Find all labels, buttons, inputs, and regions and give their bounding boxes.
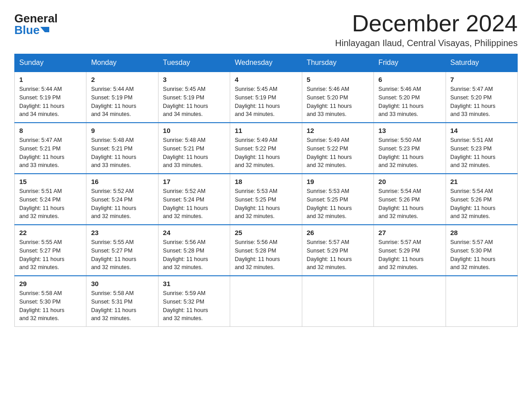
logo-triangle-icon [40,27,49,32]
day-info: Sunrise: 5:56 AM Sunset: 5:28 PM Dayligh… [163,238,225,272]
day-info: Sunrise: 5:54 AM Sunset: 5:26 PM Dayligh… [450,187,513,221]
calendar-cell: 11 Sunrise: 5:49 AM Sunset: 5:22 PM Dayl… [230,123,302,174]
day-info: Sunrise: 5:49 AM Sunset: 5:22 PM Dayligh… [235,136,297,170]
day-info: Sunrise: 5:51 AM Sunset: 5:24 PM Dayligh… [19,187,82,221]
calendar-cell: 25 Sunrise: 5:56 AM Sunset: 5:28 PM Dayl… [230,225,302,276]
day-number: 18 [235,178,297,185]
week-row-5: 29 Sunrise: 5:58 AM Sunset: 5:30 PM Dayl… [15,276,518,327]
day-number: 6 [378,76,441,83]
calendar-cell [374,276,446,327]
calendar-cell: 29 Sunrise: 5:58 AM Sunset: 5:30 PM Dayl… [15,276,86,327]
logo: General Blue [14,13,58,36]
calendar-cell: 30 Sunrise: 5:58 AM Sunset: 5:31 PM Dayl… [86,276,158,327]
day-info: Sunrise: 5:47 AM Sunset: 5:21 PM Dayligh… [19,136,82,170]
calendar-cell: 9 Sunrise: 5:48 AM Sunset: 5:21 PM Dayli… [86,123,158,174]
day-info: Sunrise: 5:45 AM Sunset: 5:19 PM Dayligh… [235,85,297,119]
day-info: Sunrise: 5:48 AM Sunset: 5:21 PM Dayligh… [91,136,153,170]
day-info: Sunrise: 5:52 AM Sunset: 5:24 PM Dayligh… [91,187,153,221]
calendar-cell: 12 Sunrise: 5:49 AM Sunset: 5:22 PM Dayl… [302,123,373,174]
day-info: Sunrise: 5:44 AM Sunset: 5:19 PM Dayligh… [91,85,153,119]
day-header-row: SundayMondayTuesdayWednesdayThursdayFrid… [15,54,518,72]
calendar-cell: 28 Sunrise: 5:57 AM Sunset: 5:30 PM Dayl… [446,225,517,276]
day-number: 24 [163,229,225,236]
day-info: Sunrise: 5:55 AM Sunset: 5:27 PM Dayligh… [91,238,153,272]
calendar-table: SundayMondayTuesdayWednesdayThursdayFrid… [14,54,518,327]
logo-general-text: General [14,13,58,24]
day-info: Sunrise: 5:47 AM Sunset: 5:20 PM Dayligh… [450,85,513,119]
calendar-cell: 13 Sunrise: 5:50 AM Sunset: 5:23 PM Dayl… [374,123,446,174]
col-header-friday: Friday [374,54,446,72]
day-info: Sunrise: 5:57 AM Sunset: 5:29 PM Dayligh… [307,238,369,272]
calendar-cell: 7 Sunrise: 5:47 AM Sunset: 5:20 PM Dayli… [446,72,517,123]
day-info: Sunrise: 5:51 AM Sunset: 5:23 PM Dayligh… [450,136,513,170]
calendar-cell: 19 Sunrise: 5:53 AM Sunset: 5:25 PM Dayl… [302,174,373,225]
day-info: Sunrise: 5:54 AM Sunset: 5:26 PM Dayligh… [378,187,441,221]
calendar-cell: 2 Sunrise: 5:44 AM Sunset: 5:19 PM Dayli… [86,72,158,123]
calendar-cell [446,276,517,327]
day-info: Sunrise: 5:49 AM Sunset: 5:22 PM Dayligh… [307,136,369,170]
day-number: 1 [19,76,82,83]
day-info: Sunrise: 5:46 AM Sunset: 5:20 PM Dayligh… [378,85,441,119]
calendar-cell: 3 Sunrise: 5:45 AM Sunset: 5:19 PM Dayli… [158,72,230,123]
day-info: Sunrise: 5:48 AM Sunset: 5:21 PM Dayligh… [163,136,225,170]
calendar-cell: 4 Sunrise: 5:45 AM Sunset: 5:19 PM Dayli… [230,72,302,123]
calendar-cell: 18 Sunrise: 5:53 AM Sunset: 5:25 PM Dayl… [230,174,302,225]
day-number: 4 [235,76,297,83]
day-info: Sunrise: 5:44 AM Sunset: 5:19 PM Dayligh… [19,85,82,119]
calendar-cell: 27 Sunrise: 5:57 AM Sunset: 5:29 PM Dayl… [374,225,446,276]
day-number: 17 [163,178,225,185]
page-header: General Blue December 2024 Hinlayagan Il… [14,11,518,48]
day-number: 21 [450,178,513,185]
day-number: 14 [450,127,513,134]
day-number: 7 [450,76,513,83]
day-info: Sunrise: 5:56 AM Sunset: 5:28 PM Dayligh… [235,238,297,272]
calendar-cell: 10 Sunrise: 5:48 AM Sunset: 5:21 PM Dayl… [158,123,230,174]
day-info: Sunrise: 5:45 AM Sunset: 5:19 PM Dayligh… [163,85,225,119]
calendar-cell [230,276,302,327]
day-number: 5 [307,76,369,83]
day-info: Sunrise: 5:57 AM Sunset: 5:30 PM Dayligh… [450,238,513,272]
col-header-tuesday: Tuesday [158,54,230,72]
day-number: 19 [307,178,369,185]
day-number: 11 [235,127,297,134]
day-info: Sunrise: 5:50 AM Sunset: 5:23 PM Dayligh… [378,136,441,170]
day-info: Sunrise: 5:58 AM Sunset: 5:31 PM Dayligh… [91,289,153,323]
calendar-cell: 6 Sunrise: 5:46 AM Sunset: 5:20 PM Dayli… [374,72,446,123]
day-number: 10 [163,127,225,134]
calendar-cell: 31 Sunrise: 5:59 AM Sunset: 5:32 PM Dayl… [158,276,230,327]
day-number: 20 [378,178,441,185]
calendar-cell: 1 Sunrise: 5:44 AM Sunset: 5:19 PM Dayli… [15,72,86,123]
calendar-cell: 26 Sunrise: 5:57 AM Sunset: 5:29 PM Dayl… [302,225,373,276]
calendar-cell: 17 Sunrise: 5:52 AM Sunset: 5:24 PM Dayl… [158,174,230,225]
month-title: December 2024 [335,11,518,36]
calendar-cell: 16 Sunrise: 5:52 AM Sunset: 5:24 PM Dayl… [86,174,158,225]
calendar-cell: 24 Sunrise: 5:56 AM Sunset: 5:28 PM Dayl… [158,225,230,276]
calendar-cell: 8 Sunrise: 5:47 AM Sunset: 5:21 PM Dayli… [15,123,86,174]
week-row-4: 22 Sunrise: 5:55 AM Sunset: 5:27 PM Dayl… [15,225,518,276]
calendar-cell: 15 Sunrise: 5:51 AM Sunset: 5:24 PM Dayl… [15,174,86,225]
day-number: 28 [450,229,513,236]
day-number: 13 [378,127,441,134]
calendar-cell: 23 Sunrise: 5:55 AM Sunset: 5:27 PM Dayl… [86,225,158,276]
day-number: 8 [19,127,82,134]
day-info: Sunrise: 5:46 AM Sunset: 5:20 PM Dayligh… [307,85,369,119]
day-info: Sunrise: 5:53 AM Sunset: 5:25 PM Dayligh… [307,187,369,221]
day-number: 30 [91,280,153,287]
calendar-cell: 14 Sunrise: 5:51 AM Sunset: 5:23 PM Dayl… [446,123,517,174]
week-row-1: 1 Sunrise: 5:44 AM Sunset: 5:19 PM Dayli… [15,72,518,123]
calendar-cell: 22 Sunrise: 5:55 AM Sunset: 5:27 PM Dayl… [15,225,86,276]
title-block: December 2024 Hinlayagan Ilaud, Central … [335,11,518,48]
day-number: 3 [163,76,225,83]
calendar-cell: 20 Sunrise: 5:54 AM Sunset: 5:26 PM Dayl… [374,174,446,225]
calendar-cell [302,276,373,327]
day-number: 12 [307,127,369,134]
day-number: 25 [235,229,297,236]
col-header-wednesday: Wednesday [230,54,302,72]
calendar-cell: 21 Sunrise: 5:54 AM Sunset: 5:26 PM Dayl… [446,174,517,225]
day-number: 23 [91,229,153,236]
col-header-sunday: Sunday [15,54,86,72]
day-info: Sunrise: 5:55 AM Sunset: 5:27 PM Dayligh… [19,238,82,272]
day-number: 29 [19,280,82,287]
col-header-saturday: Saturday [446,54,517,72]
week-row-2: 8 Sunrise: 5:47 AM Sunset: 5:21 PM Dayli… [15,123,518,174]
